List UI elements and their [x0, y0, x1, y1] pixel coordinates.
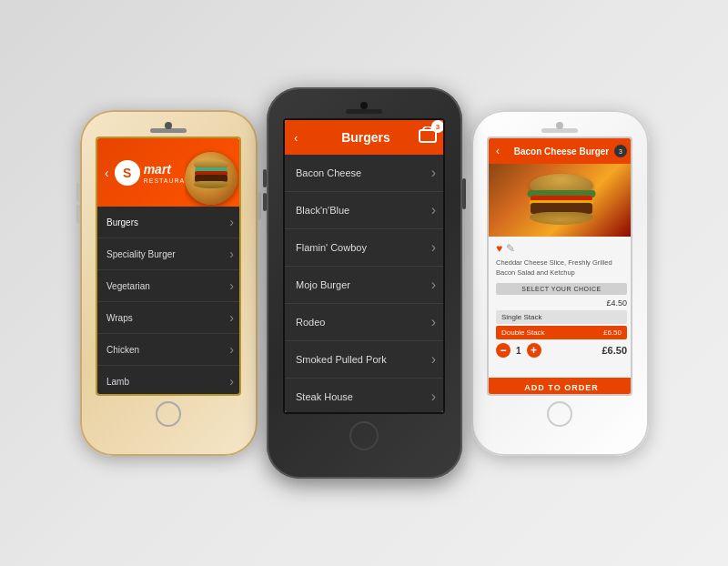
vol-btn-up-right — [468, 183, 471, 201]
quantity-value: 1 — [516, 346, 521, 356]
front-camera-right — [556, 122, 563, 129]
vol-btn-down-center — [263, 193, 267, 211]
menu-list: Burgers Speciality Burger Vegetarian Wra… — [97, 207, 241, 396]
phone-right: ‹ Bacon Cheese Burger 3 — [471, 110, 649, 456]
favorite-heart-icon[interactable]: ♥ — [496, 242, 502, 255]
speaker-center — [346, 109, 382, 114]
mini-bun-bottom — [194, 181, 228, 188]
list-item-blacknblue[interactable]: Black'n'Blue — [285, 192, 445, 229]
burger-illustration — [489, 164, 632, 237]
vol-btn-down-right — [468, 205, 471, 223]
quantity-decrease-button[interactable]: − — [496, 343, 511, 358]
menu-item-speciality[interactable]: Speciality Burger — [97, 238, 241, 270]
list-item-steak-house[interactable]: Steak House — [285, 379, 445, 414]
screen1-header: ‹ S mart RESTAURANTS — [97, 138, 241, 207]
home-button-center[interactable] — [349, 421, 379, 450]
price-normal: £4.50 — [606, 298, 627, 308]
phone-top-center — [267, 87, 462, 118]
screen3-title: Bacon Cheese Burger — [496, 147, 627, 157]
phone-top-bar — [80, 110, 258, 136]
vol-btn-up-center — [263, 169, 267, 187]
burgers-list: Bacon Cheese Black'n'Blue Flamin' Cowboy… — [285, 155, 445, 414]
screen2-header: ‹ Burgers 3 — [285, 120, 445, 155]
list-item-rodeo[interactable]: Rodeo — [285, 304, 445, 341]
size-option-single[interactable]: Single Stack — [496, 310, 627, 324]
add-to-order-button[interactable]: ADD TO ORDER — [489, 378, 632, 396]
screen-center: ‹ Burgers 3 Bacon Cheese — [285, 120, 445, 414]
menu-item-burgers[interactable]: Burgers — [97, 207, 241, 238]
price-row-normal: £4.50 — [496, 298, 627, 308]
quantity-increase-button[interactable]: + — [527, 343, 541, 358]
cart-count-right: 3 — [614, 145, 627, 157]
front-camera — [165, 122, 172, 129]
screen-wrapper-center: ‹ Burgers 3 Bacon Cheese — [283, 118, 445, 414]
screen3-header: ‹ Bacon Cheese Burger 3 — [489, 138, 632, 164]
menu-item-wraps[interactable]: Wraps — [97, 302, 241, 334]
list-item-mojo-burger[interactable]: Mojo Burger — [285, 267, 445, 304]
speaker — [150, 128, 187, 133]
burger-detail-image — [489, 164, 632, 237]
screen2-title: Burgers — [341, 130, 390, 145]
quantity-controls: − 1 + — [496, 343, 541, 358]
power-btn-right — [649, 192, 652, 219]
cart-button-center[interactable]: 3 — [418, 126, 438, 148]
back-arrow-center[interactable]: ‹ — [294, 131, 298, 145]
screen-wrapper-right: ‹ Bacon Cheese Burger 3 — [487, 136, 632, 396]
phone-left: ‹ S mart RESTAURANTS — [80, 110, 258, 456]
detail-body: ♥ ✎ Cheddar Cheese Slice, Freshly Grille… — [489, 237, 632, 378]
front-camera-center — [360, 102, 368, 109]
back-arrow-left[interactable]: ‹ — [105, 166, 109, 180]
back-arrow-right[interactable]: ‹ — [496, 145, 500, 157]
list-item-bacon-cheese[interactable]: Bacon Cheese — [285, 155, 445, 192]
power-btn — [258, 192, 261, 219]
select-choice-button[interactable]: SELECT YOUR CHOICE — [496, 283, 627, 295]
total-price: £6.50 — [602, 345, 627, 356]
burger-circle-decoration — [185, 152, 238, 205]
size-option-double[interactable]: Double Stack £6.50 — [496, 326, 627, 339]
list-item-smoked-pulled-pork[interactable]: Smoked Pulled Pork — [285, 341, 445, 379]
phone-bottom-center — [349, 414, 379, 460]
phone-center: ‹ Burgers 3 Bacon Cheese — [267, 87, 462, 479]
phones-container: ‹ S mart RESTAURANTS — [0, 0, 728, 566]
size-options: Single Stack Double Stack £6.50 — [496, 310, 627, 339]
burger-stack — [507, 167, 616, 235]
home-button-right[interactable] — [547, 401, 572, 427]
list-item-flamin-cowboy[interactable]: Flamin' Cowboy — [285, 229, 445, 267]
phone-bottom-right — [547, 396, 572, 434]
brand-name: mart — [144, 162, 171, 177]
menu-item-chicken[interactable]: Chicken — [97, 334, 241, 366]
quantity-row: − 1 + £6.50 — [496, 343, 627, 358]
phone-bottom-bar-left — [156, 396, 181, 434]
cart-count-center: 3 — [431, 120, 444, 133]
home-button-left[interactable] — [156, 401, 181, 427]
menu-item-lamb[interactable]: Lamb — [97, 366, 241, 396]
volume-btn-down — [76, 205, 80, 223]
header-burger-image — [185, 145, 239, 207]
screen-left: ‹ S mart RESTAURANTS — [97, 138, 241, 396]
burger-description: Cheddar Cheese Slice, Freshly Grilled Ba… — [496, 258, 627, 278]
speaker-right — [541, 128, 578, 133]
menu-item-vegetarian[interactable]: Vegetarian — [97, 270, 241, 302]
bun-bottom — [530, 212, 593, 225]
screen-wrapper-left: ‹ S mart RESTAURANTS — [96, 136, 241, 396]
logo-icon: S — [115, 160, 140, 186]
share-icon[interactable]: ✎ — [506, 242, 515, 255]
action-icons-row: ♥ ✎ — [496, 242, 627, 255]
power-btn-center — [462, 178, 466, 209]
phone-top-right — [471, 110, 649, 136]
screen-right: ‹ Bacon Cheese Burger 3 — [489, 138, 632, 396]
volume-btn-up — [76, 183, 80, 201]
